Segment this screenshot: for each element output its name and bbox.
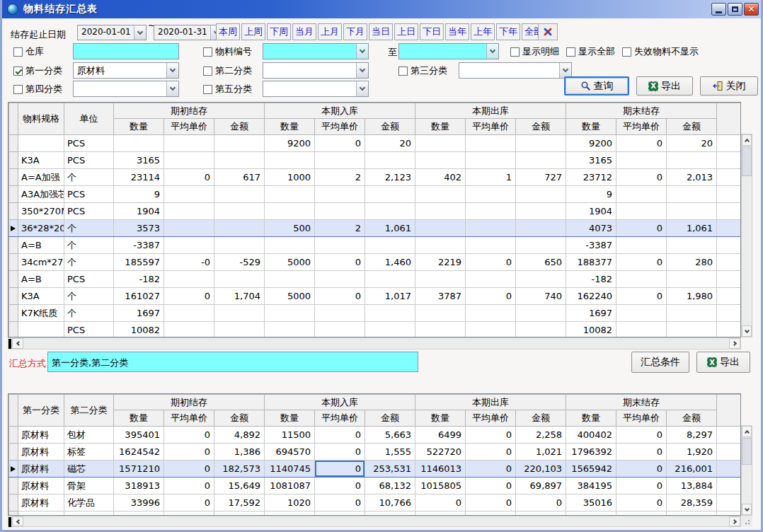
cell[interactable] [667,186,717,203]
cell[interactable]: A3A加强芯 [18,186,64,203]
quick-range-button[interactable]: 上周 [241,23,265,40]
cell[interactable]: 182,573 [214,461,265,478]
warehouse-filter[interactable]: 仓库 [13,45,44,58]
cell[interactable] [616,186,667,203]
cell[interactable]: 11500 [265,427,315,444]
cell[interactable] [214,305,265,322]
scroll-up-button[interactable] [742,134,752,146]
cell[interactable] [18,322,64,338]
quick-range-button[interactable]: 下年 [496,23,520,40]
table-row[interactable]: A=B个-3387-3387 [9,237,742,254]
cell[interactable]: 0 [466,461,516,478]
row-indicator[interactable] [9,461,18,478]
cell[interactable] [516,203,566,220]
cell[interactable]: 0 [616,461,667,478]
cell[interactable]: 220,103 [516,461,566,478]
cell[interactable]: K3A [18,288,64,305]
cell[interactable]: 318913 [114,478,164,495]
cell[interactable] [516,135,566,152]
cell[interactable]: 3165 [114,152,164,169]
show-detail-checkbox[interactable] [510,47,520,57]
scroll-right-button[interactable] [729,516,740,526]
quick-range-button[interactable]: 下月 [343,23,367,40]
cell[interactable] [315,186,365,203]
main-grid-vscrollbar[interactable] [741,134,752,337]
chevron-down-icon[interactable] [356,81,368,96]
category5-filter[interactable]: 第五分类 [203,83,252,96]
material-no-from-combo[interactable] [263,43,369,59]
table-row[interactable]: K7K纸质个16971697 [9,305,742,322]
cell[interactable] [667,305,717,322]
cell[interactable] [164,322,214,338]
cell[interactable]: 1,460 [365,254,415,271]
cell[interactable] [667,322,717,338]
close-button[interactable]: ✕ [744,3,759,16]
cell[interactable] [18,135,64,152]
cell[interactable]: 0 [164,427,214,444]
cell[interactable]: 9200 [265,135,315,152]
cell[interactable]: -182 [566,271,616,288]
cell[interactable]: 0 [616,495,667,511]
cell[interactable]: -3387 [114,237,164,254]
cell[interactable]: 9 [566,186,616,203]
cell[interactable] [315,152,365,169]
export-button[interactable]: X 导出 [636,76,693,96]
cell[interactable]: 161027 [114,288,164,305]
cell[interactable]: 8,297 [667,427,717,444]
resize-grip[interactable] [741,516,752,527]
cell[interactable]: 2,258 [516,427,566,444]
row-indicator[interactable] [9,237,18,254]
cell[interactable] [164,203,214,220]
category2-filter[interactable]: 第二分类 [203,64,252,77]
material-no-filter[interactable]: 物料编号 [203,45,252,58]
cell[interactable]: 个 [64,305,114,322]
cell[interactable]: 0 [616,478,667,495]
cell[interactable]: 0 [616,444,667,461]
warehouse-input[interactable] [73,43,179,59]
cell[interactable] [265,271,315,288]
cell[interactable]: 0 [164,495,214,511]
cell[interactable]: 9200 [566,135,616,152]
cell[interactable] [516,152,566,169]
cell[interactable] [365,203,415,220]
chevron-down-icon[interactable] [356,63,368,78]
cell[interactable]: 1,980 [667,288,717,305]
cell[interactable]: 个 [64,288,114,305]
cell[interactable] [616,203,667,220]
cell[interactable] [616,271,667,288]
category4-checkbox[interactable] [13,85,23,94]
cell[interactable] [164,186,214,203]
cell[interactable]: PCS [64,271,114,288]
cell[interactable]: PCS [64,152,114,169]
cell[interactable]: 350*270MM [18,203,64,220]
chevron-down-icon[interactable] [166,81,178,96]
cell[interactable] [667,152,717,169]
cell[interactable]: 20 [365,135,415,152]
cell[interactable] [466,203,516,220]
cell[interactable]: 0 [164,461,214,478]
cell[interactable]: 个 [64,169,114,186]
date-from-combo[interactable]: 2020-01-01 [77,25,147,40]
category4-combo[interactable] [73,81,179,97]
chevron-down-icon[interactable] [134,25,146,40]
cell[interactable]: 个 [64,254,114,271]
cell[interactable] [214,152,265,169]
quick-range-button[interactable]: 本周 [216,23,240,40]
row-indicator[interactable] [9,169,18,186]
chevron-down-icon[interactable] [166,63,178,78]
category1-filter[interactable]: 第一分类 [13,64,62,77]
table-row[interactable]: 350*270MMPCS19041904 [9,203,742,220]
cell[interactable]: PCS [64,186,114,203]
query-button[interactable]: 查询 [564,76,629,96]
table-row[interactable]: 原材料骨架318913015,6491081087068,13210158050… [9,478,742,495]
cell[interactable] [214,237,265,254]
quick-range-button[interactable]: 当年 [445,23,469,40]
cell[interactable] [667,203,717,220]
cell[interactable]: 0 [616,254,667,271]
row-indicator[interactable] [9,220,18,237]
category2-checkbox[interactable] [203,66,212,76]
chevron-down-icon[interactable] [559,63,571,78]
chevron-down-icon[interactable] [356,44,368,59]
cell[interactable]: 2219 [415,254,466,271]
cell[interactable]: 694570 [265,444,315,461]
